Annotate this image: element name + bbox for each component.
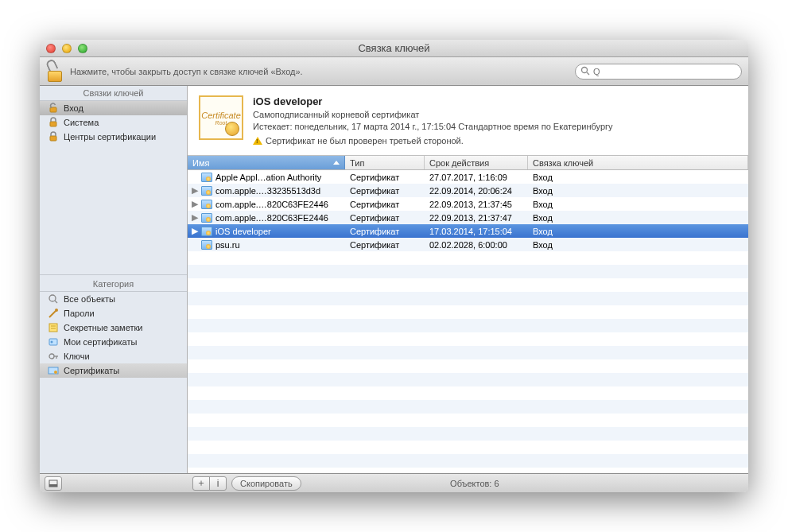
category-item[interactable]: Все объекты — [40, 292, 187, 306]
lock-hint-text: Нажмите, чтобы закрыть доступ к связке к… — [70, 67, 303, 76]
keychains-heading: Связки ключей — [40, 86, 187, 101]
empty-row — [188, 319, 748, 332]
category-item[interactable]: Ключи — [40, 349, 187, 363]
search-icon — [580, 66, 590, 77]
search-icon — [48, 293, 59, 305]
disclosure-triangle[interactable]: ▶ — [191, 199, 198, 209]
empty-row — [188, 265, 748, 278]
empty-row — [188, 251, 748, 265]
cell-expires: 22.09.2013, 21:37:45 — [425, 200, 528, 209]
category-label: Мои сертификаты — [64, 337, 137, 347]
table-header: Имя Тип Срок действия Связка ключей — [188, 156, 748, 170]
cell-name: iOS developer — [215, 227, 271, 236]
column-expires[interactable]: Срок действия — [425, 156, 528, 169]
certificate-title: iOS developer — [253, 95, 613, 107]
certificate-icon — [201, 186, 212, 196]
copy-button[interactable]: Скопировать — [231, 476, 301, 491]
category-label: Сертификаты — [64, 366, 119, 375]
table-row[interactable]: ▶com.apple.…33235513d3dСертификат22.09.2… — [188, 184, 748, 197]
empty-row — [188, 346, 748, 359]
cell-name: psu.ru — [215, 240, 240, 250]
window-title: Связка ключей — [40, 42, 748, 54]
cell-name: com.apple.…820C63FE2446 — [215, 213, 328, 223]
svg-point-14 — [49, 354, 54, 359]
disclosure-triangle[interactable]: ▶ — [191, 226, 198, 236]
svg-line-1 — [587, 72, 589, 75]
table-row[interactable]: ▶com.apple.…820C63FE2446Сертификат22.09.… — [188, 211, 748, 224]
note-icon — [48, 322, 59, 333]
add-button[interactable]: ＋ — [192, 476, 210, 491]
sidebar: Связки ключей ВходСистемаЦентры сертифик… — [40, 86, 188, 473]
category-label: Пароли — [64, 309, 95, 318]
cell-expires: 27.07.2017, 1:16:09 — [425, 173, 528, 182]
svg-rect-20 — [49, 484, 57, 487]
table-row[interactable]: Apple Appl…ation AuthorityСертификат27.0… — [188, 170, 748, 184]
search-input[interactable] — [592, 66, 736, 77]
empty-row — [188, 468, 748, 473]
keychain-window: Связка ключей Нажмите, чтобы закрыть дос… — [40, 40, 748, 492]
table-row[interactable]: ▶com.apple.…820C63FE2446Сертификат22.09.… — [188, 197, 748, 211]
lock-toggle-icon[interactable] — [46, 61, 64, 82]
empty-row — [188, 305, 748, 319]
info-button[interactable]: i — [209, 476, 227, 491]
view-mode-button[interactable] — [45, 476, 62, 491]
cell-expires: 17.03.2014, 17:15:04 — [425, 227, 528, 236]
statusbar: ＋ i Скопировать Объектов: 6 — [40, 473, 748, 492]
cell-expires: 02.02.2028, 6:00:00 — [425, 240, 528, 250]
keychain-item[interactable]: Вход — [40, 101, 187, 115]
certificate-icon — [201, 213, 212, 223]
svg-point-8 — [55, 309, 58, 312]
empty-row — [188, 373, 748, 386]
column-type[interactable]: Тип — [345, 156, 425, 169]
keychain-item[interactable]: Система — [40, 115, 187, 130]
sort-asc-icon — [333, 161, 340, 165]
cell-type: Сертификат — [345, 173, 425, 182]
category-label: Секретные заметки — [64, 323, 142, 332]
empty-row — [188, 400, 748, 414]
lock-icon — [48, 117, 59, 128]
table-row[interactable]: psu.ruСертификат02.02.2028, 6:00:00Вход — [188, 238, 748, 251]
search-field[interactable] — [575, 64, 742, 80]
cell-name: com.apple.…820C63FE2446 — [215, 200, 328, 209]
certificate-icon — [201, 240, 212, 250]
certificate-icon — [48, 365, 59, 376]
svg-point-0 — [582, 67, 588, 72]
empty-row — [188, 386, 748, 400]
cell-type: Сертификат — [345, 227, 425, 236]
titlebar[interactable]: Связка ключей — [40, 40, 748, 57]
table-row[interactable]: ▶iOS developerСертификат17.03.2014, 17:1… — [188, 224, 748, 238]
keychain-item[interactable]: Центры сертификации — [40, 130, 187, 144]
category-item[interactable]: Секретные заметки — [40, 320, 187, 335]
cell-keychain: Вход — [528, 227, 748, 236]
cell-name: Apple Appl…ation Authority — [215, 173, 321, 182]
svg-rect-9 — [49, 324, 57, 332]
certificate-icon — [201, 227, 212, 236]
column-keychain[interactable]: Связка ключей — [528, 156, 748, 169]
cell-expires: 22.09.2014, 20:06:24 — [425, 186, 528, 196]
unlock-icon — [48, 103, 59, 114]
column-name[interactable]: Имя — [188, 156, 345, 169]
certificate-warning: Сертификат не был проверен третьей сторо… — [266, 135, 464, 147]
certificate-subtitle: Самоподписанный корневой сертификат — [253, 109, 613, 121]
category-item[interactable]: Пароли — [40, 306, 187, 320]
cell-keychain: Вход — [528, 213, 748, 223]
disclosure-triangle[interactable]: ▶ — [191, 185, 198, 196]
cell-keychain: Вход — [528, 173, 748, 182]
certificate-expires: Истекает: понедельник, 17 марта 2014 г.,… — [253, 121, 613, 133]
cell-keychain: Вход — [528, 240, 748, 250]
cell-name: com.apple.…33235513d3d — [215, 186, 320, 196]
cell-keychain: Вход — [528, 200, 748, 209]
category-item[interactable]: Мои сертификаты — [40, 335, 187, 349]
main-pane: Certificate Root iOS developer Самоподпи… — [188, 86, 748, 473]
toolbar: Нажмите, чтобы закрыть доступ к связке к… — [40, 57, 748, 86]
cell-type: Сертификат — [345, 213, 425, 223]
empty-row — [188, 292, 748, 305]
category-heading: Категория — [40, 277, 187, 292]
warning-icon — [253, 137, 262, 145]
certificate-icon — [201, 200, 212, 209]
svg-line-7 — [49, 311, 56, 317]
empty-row — [188, 454, 748, 468]
category-item[interactable]: Сертификаты — [40, 363, 187, 378]
certificate-detail: Certificate Root iOS developer Самоподпи… — [188, 86, 748, 156]
disclosure-triangle[interactable]: ▶ — [191, 212, 198, 223]
